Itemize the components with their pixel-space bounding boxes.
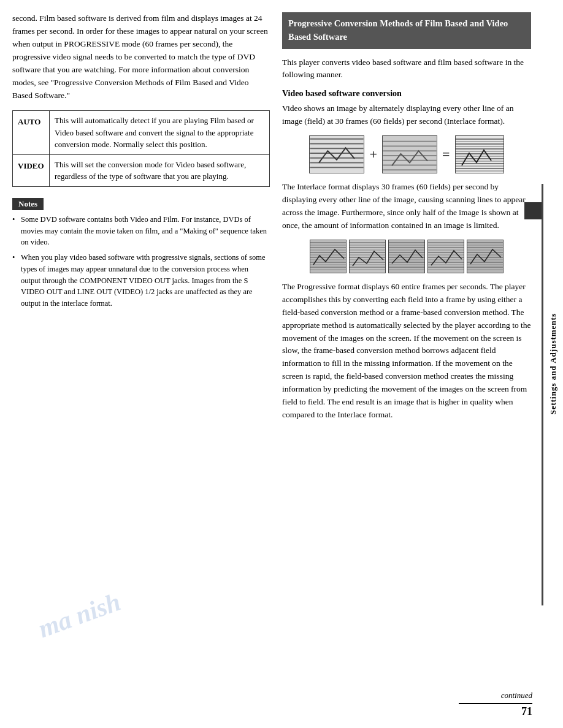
notes-label: Notes — [12, 198, 44, 210]
equals-operator: = — [442, 146, 450, 162]
plus-operator: + — [369, 146, 377, 162]
table-row: VIDEO This will set the conversion mode … — [13, 154, 270, 186]
mode-video-label: VIDEO — [13, 154, 50, 186]
list-item: When you play video based software with … — [12, 252, 270, 309]
page-footer: continued 71 — [459, 691, 532, 718]
video-subsection-heading: Video based software conversion — [282, 89, 531, 99]
vertical-sidebar-tab: Settings and Adjustments — [543, 0, 563, 728]
prog-strip-2 — [349, 240, 386, 273]
mode-auto-desc: This will automatically detect if you ar… — [50, 111, 270, 155]
continued-line — [459, 703, 532, 704]
tab-marker — [524, 202, 542, 219]
notes-box: Notes Some DVD software contains both Vi… — [12, 198, 270, 309]
progressive-strips — [282, 240, 531, 273]
watermark: ma nish — [34, 587, 124, 644]
right-column: Progressive Conversion Methods of Film B… — [282, 12, 531, 716]
diagram-frame-result — [455, 135, 504, 173]
page-container: second. Film based software is derived f… — [0, 0, 563, 728]
main-content: second. Film based software is derived f… — [0, 0, 543, 728]
prog-strip-1 — [310, 240, 347, 273]
mode-table: AUTO This will automatically detect if y… — [12, 110, 270, 187]
progressive-caption: The Progressive format displays 60 entir… — [282, 281, 531, 422]
right-intro-text: This player converts video based softwar… — [282, 56, 531, 82]
interlace-caption: The Interlace format displays 30 frames … — [282, 181, 531, 232]
sidebar-border — [542, 184, 543, 605]
page-number: 71 — [521, 705, 532, 718]
interlace-diagram: + = — [282, 135, 531, 173]
diagram-frame-1 — [309, 135, 364, 173]
continued-text: continued — [501, 691, 532, 700]
diagram-frame-2 — [382, 135, 437, 173]
prog-strip-3 — [388, 240, 425, 273]
table-row: AUTO This will automatically detect if y… — [13, 111, 270, 155]
prog-strip-4 — [427, 240, 464, 273]
left-intro-text: second. Film based software is derived f… — [12, 12, 270, 102]
mode-video-desc: This will set the conversion mode for Vi… — [50, 154, 270, 186]
notes-list: Some DVD software contains both Video an… — [12, 214, 270, 309]
mode-auto-label: AUTO — [13, 111, 50, 155]
list-item: Some DVD software contains both Video an… — [12, 214, 270, 248]
sidebar-label: Settings and Adjustments — [548, 313, 558, 415]
left-column: second. Film based software is derived f… — [12, 12, 270, 716]
prog-strip-5 — [467, 240, 504, 273]
section-heading: Progressive Conversion Methods of Film B… — [282, 12, 531, 49]
video-subsection-text: Video shows an image by alternately disp… — [282, 102, 531, 128]
